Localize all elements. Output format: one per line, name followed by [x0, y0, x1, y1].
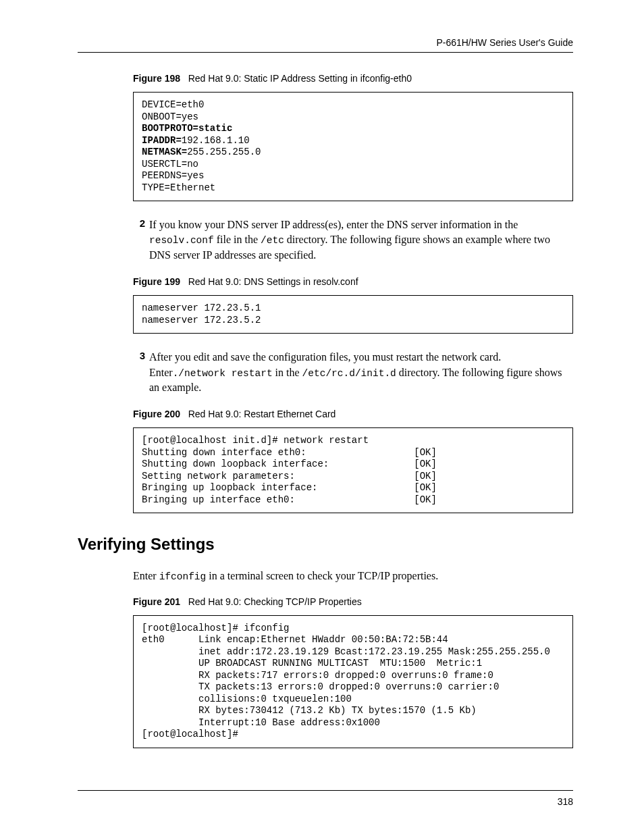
figure-200-label: Figure 200 — [133, 409, 180, 419]
figure-199-text: Red Hat 9.0: DNS Settings in resolv.conf — [188, 276, 358, 287]
text: file in the — [214, 234, 261, 245]
code-line: NETMASK= — [142, 147, 187, 157]
figure-200-text: Red Hat 9.0: Restart Ethernet Card — [188, 409, 336, 419]
figure-198-text: Red Hat 9.0: Static IP Address Setting i… — [188, 73, 412, 84]
figure-198-caption: Figure 198 Red Hat 9.0: Static IP Addres… — [133, 73, 573, 84]
figure-200-caption: Figure 200 Red Hat 9.0: Restart Ethernet… — [133, 409, 573, 419]
figure-199-label: Figure 199 — [133, 276, 180, 287]
code-line: IPADDR= — [142, 135, 182, 146]
inline-code: /etc/rc.d/init.d — [302, 368, 396, 379]
text: in a terminal screen to check your TCP/I… — [206, 570, 438, 581]
step-2-body: If you know your DNS server IP address(e… — [149, 217, 573, 263]
code-line: 255.255.255.0 — [187, 147, 261, 157]
figure-201-text: Red Hat 9.0: Checking TCP/IP Properties — [188, 596, 362, 607]
verifying-paragraph: Enter ifconfig in a terminal screen to c… — [133, 569, 573, 583]
figure-198-code: DEVICE=eth0 ONBOOT=yes BOOTPROTO=static … — [133, 92, 573, 201]
code-line: DEVICE=eth0 — [142, 99, 204, 110]
figure-201-caption: Figure 201 Red Hat 9.0: Checking TCP/IP … — [133, 596, 573, 607]
text: If you know your DNS server IP address(e… — [149, 219, 518, 230]
step-2: 2 If you know your DNS server IP address… — [133, 217, 573, 263]
footer: 318 — [78, 790, 573, 807]
figure-201-label: Figure 201 — [133, 596, 180, 607]
figure-199-code: nameserver 172.23.5.1 nameserver 172.23.… — [133, 295, 573, 334]
step-2-number: 2 — [133, 217, 145, 263]
inline-code: resolv.conf — [149, 235, 214, 246]
text: Enter — [133, 570, 159, 581]
step-3-body: After you edit and save the configuratio… — [149, 350, 573, 395]
code-line: TYPE=Ethernet — [142, 182, 215, 193]
header-guide-title: P-661H/HW Series User's Guide — [78, 37, 573, 48]
code-line: 192.168.1.10 — [182, 135, 250, 146]
step-3-number: 3 — [133, 350, 145, 395]
footer-rule — [78, 790, 573, 791]
inline-code: ./network restart — [173, 368, 273, 379]
section-heading-verifying-settings: Verifying Settings — [78, 535, 573, 554]
header-rule — [78, 52, 573, 53]
code-line: PEERDNS=yes — [142, 170, 204, 181]
figure-200-code: [root@localhost init.d]# network restart… — [133, 427, 573, 513]
page-number: 318 — [78, 796, 573, 807]
inline-code: ifconfig — [159, 571, 207, 582]
text: in the — [273, 367, 302, 378]
code-line: BOOTPROTO=static — [142, 123, 232, 134]
step-3: 3 After you edit and save the configurat… — [133, 350, 573, 395]
figure-201-code: [root@localhost]# ifconfig eth0 Link enc… — [133, 615, 573, 748]
figure-198-label: Figure 198 — [133, 73, 180, 84]
code-line: ONBOOT=yes — [142, 111, 198, 122]
code-line: USERCTL=no — [142, 159, 198, 170]
figure-199-caption: Figure 199 Red Hat 9.0: DNS Settings in … — [133, 276, 573, 287]
inline-code: /etc — [261, 235, 284, 246]
